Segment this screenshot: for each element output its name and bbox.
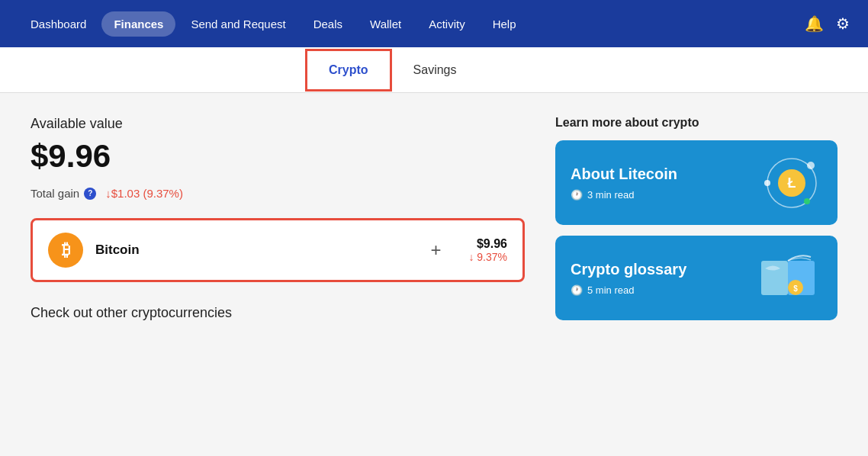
nav-item-wallet[interactable]: Wallet — [358, 11, 413, 37]
nav-item-finances[interactable]: Finances — [101, 11, 175, 37]
subtabs-bar: Crypto Savings — [0, 47, 868, 93]
bitcoin-usd: $9.96 — [468, 237, 507, 251]
svg-text:$: $ — [793, 284, 798, 293]
svg-point-4 — [807, 162, 815, 169]
add-button[interactable]: + — [430, 239, 441, 261]
subtab-savings[interactable]: Savings — [392, 51, 478, 89]
litecoin-card-title: About Litecoin — [571, 165, 677, 183]
bitcoin-name: Bitcoin — [95, 242, 403, 258]
clock-icon-1: 🕐 — [571, 189, 583, 201]
glossary-card[interactable]: Crypto glossary 🕐 5 min read $ — [555, 236, 837, 320]
info-icon[interactable]: ? — [84, 188, 96, 200]
total-gain-value: ↓$1.03 (9.37%) — [105, 187, 183, 200]
nav-item-help[interactable]: Help — [481, 11, 529, 37]
total-gain-label: Total gain ? — [31, 187, 96, 200]
litecoin-card[interactable]: About Litecoin 🕐 3 min read Ł — [555, 140, 837, 225]
gear-icon[interactable]: ⚙ — [836, 14, 850, 33]
clock-icon-2: 🕐 — [571, 284, 583, 296]
available-value: $9.96 — [31, 138, 525, 175]
glossary-illustration: $ — [754, 249, 822, 307]
bitcoin-values: $9.96 ↓ 9.37% — [468, 237, 507, 263]
bitcoin-icon: ₿ — [48, 233, 83, 268]
glossary-card-text: Crypto glossary 🕐 5 min read — [571, 261, 686, 296]
check-other-label: Check out other cryptocurrencies — [31, 305, 525, 321]
learn-label: Learn more about crypto — [555, 116, 837, 130]
svg-text:Ł: Ł — [788, 175, 796, 191]
navbar: Dashboard Finances Send and Request Deal… — [0, 0, 868, 47]
nav-icons: 🔔 ⚙ — [805, 14, 850, 33]
glossary-card-title: Crypto glossary — [571, 261, 686, 278]
litecoin-illustration: Ł — [754, 154, 822, 211]
left-panel: Available value $9.96 Total gain ? ↓$1.0… — [31, 116, 525, 433]
bitcoin-row[interactable]: ₿ Bitcoin + $9.96 ↓ 9.37% — [31, 218, 525, 282]
litecoin-card-text: About Litecoin 🕐 3 min read — [571, 165, 677, 201]
bitcoin-pct: ↓ 9.37% — [468, 251, 507, 263]
subtab-crypto[interactable]: Crypto — [305, 49, 392, 92]
main-content: Available value $9.96 Total gain ? ↓$1.0… — [0, 93, 868, 456]
litecoin-card-time: 🕐 3 min read — [571, 189, 677, 201]
nav-item-activity[interactable]: Activity — [416, 11, 477, 37]
svg-point-5 — [804, 198, 810, 204]
total-gain-row: Total gain ? ↓$1.03 (9.37%) — [31, 187, 525, 200]
nav-item-dashboard[interactable]: Dashboard — [18, 11, 98, 37]
nav-item-deals[interactable]: Deals — [301, 11, 355, 37]
nav-items: Dashboard Finances Send and Request Deal… — [18, 11, 805, 37]
svg-point-3 — [764, 180, 770, 186]
glossary-card-time: 🕐 5 min read — [571, 284, 686, 296]
available-label: Available value — [31, 116, 525, 132]
nav-item-send-request[interactable]: Send and Request — [178, 11, 297, 37]
bell-icon[interactable]: 🔔 — [805, 14, 824, 33]
right-panel: Learn more about crypto About Litecoin 🕐… — [555, 116, 837, 433]
